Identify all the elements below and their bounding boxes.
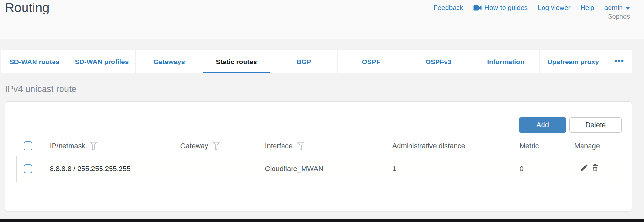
section-heading: IPv4 unicast route (5, 84, 632, 94)
delete-trash-icon[interactable] (591, 164, 599, 172)
tab-ospf[interactable]: OSPF (337, 50, 405, 73)
feedback-link[interactable]: Feedback (434, 4, 463, 12)
column-ip-netmask: IP/netmask (50, 142, 85, 150)
table-header-row: IP/netmask Gateway (17, 137, 622, 156)
column-interface: Interface (265, 142, 293, 150)
bottom-bar (0, 219, 644, 222)
tab-gateways[interactable]: Gateways (135, 50, 203, 73)
route-interface-value: Cloudflare_MWAN (264, 156, 391, 182)
routes-panel: Add Delete IP/netmask (5, 101, 632, 211)
add-button[interactable]: Add (519, 117, 566, 133)
tab-bar: SD-WAN routes SD-WAN profiles Gateways S… (1, 50, 632, 73)
tab-upstream-proxy[interactable]: Upstream proxy (539, 50, 607, 73)
edit-pencil-icon[interactable] (580, 164, 588, 172)
route-metric-value: 0 (519, 156, 573, 182)
tab-ospfv3[interactable]: OSPFv3 (405, 50, 472, 73)
brand-label: Sophos (608, 13, 630, 20)
column-administrative-distance: Administrative distance (392, 142, 465, 150)
select-all-checkbox[interactable] (24, 141, 32, 150)
row-checkbox[interactable] (24, 164, 32, 173)
route-ip-link[interactable]: 8.8.8.8 / 255.255.255.255 (50, 165, 131, 173)
tab-information[interactable]: Information (472, 50, 539, 73)
howto-guides-label: How-to guides (485, 4, 528, 12)
filter-icon[interactable] (213, 142, 220, 150)
column-gateway: Gateway (180, 142, 208, 150)
table-actions: Add Delete (16, 117, 622, 133)
admin-menu[interactable]: admin (604, 4, 630, 12)
tab-sdwan-profiles[interactable]: SD-WAN profiles (68, 50, 135, 73)
tab-more-ellipsis[interactable]: ••• (607, 50, 632, 73)
admin-menu-label: admin (604, 4, 623, 12)
howto-guides-link[interactable]: How-to guides (473, 4, 528, 12)
video-camera-icon (473, 5, 482, 11)
column-manage: Manage (574, 142, 600, 150)
table-row: 8.8.8.8 / 255.255.255.255 Cloudflare_MWA… (17, 156, 622, 182)
column-metric: Metric (520, 142, 539, 150)
page-header: Routing Feedback How-to guides Log viewe… (0, 0, 644, 39)
tab-sdwan-routes[interactable]: SD-WAN routes (1, 50, 68, 73)
filter-icon[interactable] (297, 142, 304, 150)
page-title: Routing (5, 1, 50, 15)
top-nav: Feedback How-to guides Log viewer Help a… (434, 4, 630, 12)
main-content: IPv4 unicast route Add Delete IP/netmask (0, 73, 644, 211)
chevron-down-icon (625, 7, 630, 10)
route-distance-value: 1 (391, 156, 519, 182)
help-link[interactable]: Help (581, 4, 594, 12)
tab-static-routes[interactable]: Static routes (203, 50, 270, 73)
delete-button[interactable]: Delete (569, 117, 622, 133)
log-viewer-link[interactable]: Log viewer (538, 4, 571, 12)
tab-bgp[interactable]: BGP (270, 50, 337, 73)
filter-icon[interactable] (90, 142, 97, 150)
routes-table: IP/netmask Gateway (16, 137, 622, 182)
route-gateway-value (179, 156, 264, 182)
